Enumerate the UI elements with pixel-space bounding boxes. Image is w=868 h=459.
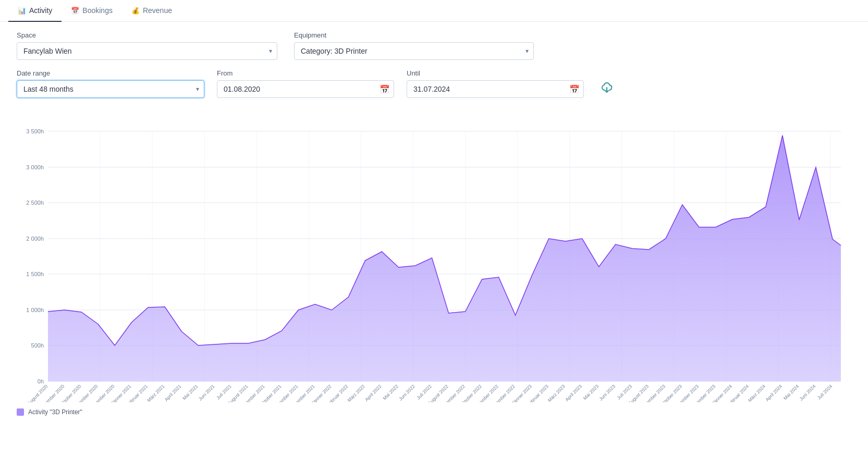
chart-container: 0h 500h 1 000h 1 500h 2 000h 2 500h 3 00… bbox=[17, 110, 851, 402]
svg-text:Juni 2023: Juni 2023 bbox=[598, 383, 616, 402]
svg-text:April 2024: April 2024 bbox=[765, 383, 784, 402]
svg-text:April 2022: April 2022 bbox=[364, 383, 383, 402]
until-calendar-button[interactable]: 📅 bbox=[569, 84, 580, 94]
space-filter-group: Space Fancylab Wien ▾ bbox=[17, 31, 277, 60]
tab-activity-label: Activity bbox=[29, 6, 52, 15]
equipment-label: Equipment bbox=[294, 31, 534, 39]
until-filter-group: Until 📅 bbox=[407, 69, 584, 98]
tab-bookings-label: Bookings bbox=[82, 6, 113, 15]
equipment-select-wrapper: Category: 3D Printer ▾ bbox=[294, 42, 534, 60]
svg-text:Mai 2021: Mai 2021 bbox=[181, 383, 199, 401]
tabs-bar: 📊 Activity 📅 Bookings 💰 Revenue bbox=[0, 0, 868, 22]
equipment-select[interactable]: Category: 3D Printer bbox=[294, 42, 534, 60]
tab-revenue[interactable]: 💰 Revenue bbox=[122, 0, 181, 22]
svg-text:Juni 2021: Juni 2021 bbox=[198, 383, 216, 402]
download-cloud-icon bbox=[601, 81, 613, 94]
filters-row-1: Space Fancylab Wien ▾ Equipment Category… bbox=[0, 22, 868, 60]
svg-text:2 500h: 2 500h bbox=[26, 200, 44, 206]
svg-text:März 2022: März 2022 bbox=[347, 383, 366, 402]
tab-revenue-label: Revenue bbox=[143, 6, 172, 15]
from-label: From bbox=[217, 69, 394, 77]
svg-text:Juli 2024: Juli 2024 bbox=[816, 383, 834, 401]
date-range-select-wrapper: Last 48 months Last 12 months Last 24 mo… bbox=[17, 80, 204, 98]
date-range-label: Date range bbox=[17, 69, 204, 77]
legend-label: Activity "3D Printer" bbox=[28, 408, 82, 416]
until-input-wrapper: 📅 bbox=[407, 80, 584, 98]
svg-text:März 2024: März 2024 bbox=[747, 383, 766, 402]
svg-text:Juli 2022: Juli 2022 bbox=[415, 383, 433, 401]
svg-text:Juni 2022: Juni 2022 bbox=[398, 383, 416, 402]
chart-area: 0h 500h 1 000h 1 500h 2 000h 2 500h 3 00… bbox=[0, 110, 868, 402]
activity-chart: 0h 500h 1 000h 1 500h 2 000h 2 500h 3 00… bbox=[17, 110, 851, 402]
svg-text:500h: 500h bbox=[31, 342, 44, 349]
revenue-icon: 💰 bbox=[131, 7, 140, 15]
tab-bookings[interactable]: 📅 Bookings bbox=[62, 0, 122, 22]
svg-text:2 000h: 2 000h bbox=[26, 235, 44, 242]
svg-text:1 500h: 1 500h bbox=[26, 271, 44, 277]
chart-legend: Activity "3D Printer" bbox=[0, 402, 868, 424]
svg-text:April 2021: April 2021 bbox=[164, 383, 182, 402]
space-label: Space bbox=[17, 31, 277, 39]
svg-text:Juni 2024: Juni 2024 bbox=[799, 383, 817, 402]
svg-text:3 500h: 3 500h bbox=[26, 128, 44, 134]
date-range-select[interactable]: Last 48 months Last 12 months Last 24 mo… bbox=[17, 80, 204, 98]
from-input-wrapper: 📅 bbox=[217, 80, 394, 98]
bookings-icon: 📅 bbox=[71, 7, 79, 15]
date-row: Date range Last 48 months Last 12 months… bbox=[0, 60, 868, 98]
svg-text:Juli 2023: Juli 2023 bbox=[616, 383, 633, 401]
from-filter-group: From 📅 bbox=[217, 69, 394, 98]
svg-text:April 2023: April 2023 bbox=[564, 383, 583, 402]
until-label: Until bbox=[407, 69, 584, 77]
from-input[interactable] bbox=[217, 80, 394, 98]
equipment-filter-group: Equipment Category: 3D Printer ▾ bbox=[294, 31, 534, 60]
legend-color-swatch bbox=[17, 408, 24, 416]
svg-text:März 2023: März 2023 bbox=[547, 383, 566, 402]
svg-text:0h: 0h bbox=[38, 378, 44, 384]
svg-text:Mai 2022: Mai 2022 bbox=[382, 383, 399, 401]
page-container: 📊 Activity 📅 Bookings 💰 Revenue Space Fa… bbox=[0, 0, 868, 459]
svg-text:Juli 2021: Juli 2021 bbox=[215, 383, 233, 401]
until-input[interactable] bbox=[407, 80, 584, 98]
svg-text:März 2021: März 2021 bbox=[146, 383, 165, 402]
activity-icon: 📊 bbox=[18, 7, 26, 15]
svg-text:Mai 2024: Mai 2024 bbox=[783, 383, 800, 401]
download-button[interactable] bbox=[601, 81, 613, 97]
space-select-wrapper: Fancylab Wien ▾ bbox=[17, 42, 277, 60]
tab-activity[interactable]: 📊 Activity bbox=[8, 0, 62, 22]
from-calendar-button[interactable]: 📅 bbox=[380, 84, 390, 94]
svg-marker-31 bbox=[48, 135, 841, 381]
svg-text:3 000h: 3 000h bbox=[26, 164, 44, 170]
svg-text:1 000h: 1 000h bbox=[26, 307, 44, 313]
space-select[interactable]: Fancylab Wien bbox=[17, 42, 277, 60]
date-range-filter-group: Date range Last 48 months Last 12 months… bbox=[17, 69, 204, 98]
svg-text:Mai 2023: Mai 2023 bbox=[582, 383, 600, 401]
